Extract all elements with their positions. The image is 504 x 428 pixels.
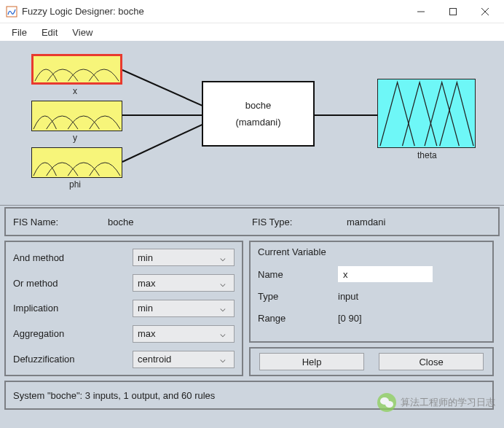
input-variable-phi[interactable] [31, 147, 122, 178]
help-button[interactable]: Help [259, 353, 364, 370]
defuzzification-select[interactable]: centroid⌵ [133, 351, 235, 368]
and-method-select[interactable]: min⌵ [133, 249, 235, 266]
or-method-value: max [138, 278, 156, 289]
watermark-text: 算法工程师的学习日志 [401, 396, 495, 409]
methods-panel: And method min⌵ Or method max⌵ Implicati… [4, 241, 243, 376]
currvar-range-label: Range [258, 313, 338, 324]
defuzzification-label: Defuzzification [13, 354, 128, 365]
input-variable-y[interactable] [31, 101, 122, 131]
and-method-label: And method [13, 252, 128, 263]
input-label-y: y [73, 133, 77, 143]
chevron-down-icon: ⌵ [216, 328, 229, 339]
titlebar: Fuzzy Logic Designer: boche [0, 0, 504, 23]
aggregation-label: Aggregation [13, 328, 128, 339]
help-button-label: Help [302, 357, 322, 367]
fis-system-name: boche [245, 100, 271, 111]
fis-system-type: (mamdani) [235, 117, 280, 128]
menu-view[interactable]: View [65, 26, 100, 39]
window-title: Fuzzy Logic Designer: boche [22, 6, 405, 17]
currvar-name-input[interactable] [338, 266, 433, 282]
action-buttons-panel: Help Close [249, 347, 494, 376]
close-button-label: Close [419, 357, 443, 367]
chevron-down-icon: ⌵ [216, 252, 229, 263]
input-label-phi: phi [69, 179, 81, 190]
menubar: File Edit View [0, 23, 504, 41]
status-text: System "boche": 3 inputs, 1 output, and … [13, 390, 215, 401]
chevron-down-icon: ⌵ [216, 278, 229, 289]
wechat-icon [377, 393, 396, 412]
fis-type-label: FIS Type: [252, 217, 347, 227]
and-method-value: min [138, 252, 153, 263]
input-label-x: x [73, 86, 77, 96]
output-variable-theta[interactable] [377, 79, 476, 148]
implication-select[interactable]: min⌵ [133, 300, 235, 317]
fis-type-value: mamdani [347, 217, 491, 227]
minimize-button[interactable] [405, 1, 437, 23]
diagram-canvas: x y phi boche (mamdani) theta [0, 41, 504, 206]
currvar-name-label: Name [258, 269, 338, 280]
aggregation-value: max [138, 328, 156, 339]
currvar-type-label: Type [258, 291, 338, 302]
or-method-select[interactable]: max⌵ [133, 274, 235, 292]
fis-info-panel: FIS Name: boche FIS Type: mamdani [4, 207, 500, 236]
svg-rect-2 [450, 8, 457, 15]
close-button[interactable]: Close [379, 353, 484, 370]
implication-value: min [138, 303, 153, 314]
currvar-range-value: [0 90] [338, 313, 485, 324]
current-variable-heading: Current Variable [258, 246, 485, 257]
aggregation-select[interactable]: max⌵ [133, 325, 235, 343]
currvar-type-value: input [338, 291, 485, 302]
chevron-down-icon: ⌵ [216, 303, 229, 314]
menu-file[interactable]: File [4, 26, 34, 39]
app-icon [6, 6, 17, 17]
watermark: 算法工程师的学习日志 [377, 393, 495, 412]
output-label-theta: theta [417, 150, 437, 160]
current-variable-panel: Current Variable Name Typeinput Range[0 … [249, 241, 494, 343]
maximize-button[interactable] [437, 1, 469, 23]
input-variable-x[interactable] [31, 54, 122, 85]
fis-system-box[interactable]: boche (mamdani) [202, 81, 315, 147]
menu-edit[interactable]: Edit [34, 26, 65, 39]
chevron-down-icon: ⌵ [216, 354, 229, 365]
svg-rect-0 [7, 7, 17, 17]
fis-name-label: FIS Name: [13, 217, 108, 227]
implication-label: Implication [13, 303, 128, 314]
close-window-button[interactable] [469, 1, 501, 23]
or-method-label: Or method [13, 278, 128, 289]
defuzzification-value: centroid [138, 354, 171, 365]
fis-name-value: boche [108, 217, 252, 227]
